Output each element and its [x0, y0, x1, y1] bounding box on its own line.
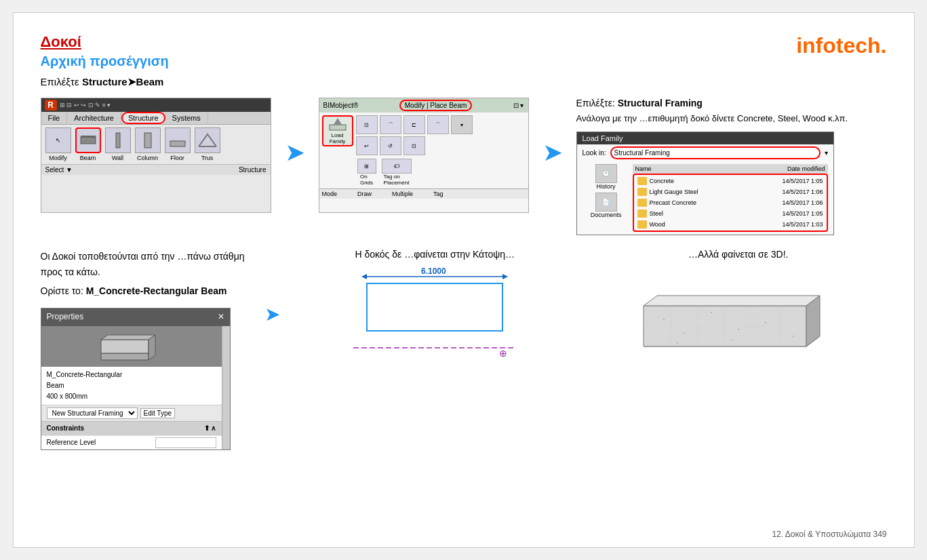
load-family-icon[interactable]: LoadFamily — [322, 115, 353, 146]
toolbar-icons: ⊞ ⊟ ↩ ↪ ⊡ ✎ ≡ ▾ — [60, 102, 111, 108]
r-button[interactable]: R — [45, 100, 57, 111]
tool-modify: ↖ Modify — [45, 127, 71, 161]
lfd-title: Load Family — [577, 132, 833, 144]
beam-3d-label: …Αλλά φαίνεται σε 3D!. — [688, 249, 789, 260]
tab-structure[interactable]: Structure — [121, 112, 165, 124]
lfd-item-steel[interactable]: Steel 14/5/2017 1:05 — [635, 208, 826, 219]
item-lightgauge-date: 14/5/2017 1:06 — [701, 188, 823, 195]
item-concrete-name: Concrete — [650, 178, 675, 184]
beam-text2-bold: M_Concrete-Rectangular Beam — [86, 285, 227, 296]
subtitle: Αρχική προσέγγιση — [41, 54, 887, 69]
svg-rect-0 — [81, 137, 96, 144]
properties-panel: Properties ✕ — [41, 308, 231, 449]
folder-steel-icon — [637, 209, 647, 218]
item-wood-name: Wood — [650, 221, 665, 228]
instruction1: Επιλέξτε Structure➤Beam — [41, 76, 887, 88]
lfd-nav-btn[interactable]: ▾ — [825, 149, 828, 157]
svg-marker-9 — [101, 340, 149, 353]
lf-tool-7[interactable]: ↺ — [380, 136, 401, 155]
prop-edit-type-btn[interactable]: Edit Type — [140, 408, 176, 418]
lfd-sidebar: 🕐 History 📄 Documents — [583, 164, 630, 232]
prop-type-select[interactable]: New Structural Framing — [47, 407, 138, 419]
floor-icon[interactable] — [165, 127, 191, 153]
prop-constraints-section: Constraints ⬆ ∧ — [41, 421, 222, 435]
prop-info: M_Concrete-RectangularBeam 400 x 800mm — [41, 367, 222, 405]
lfd-content: 🕐 History 📄 Documents Name Date modified — [577, 161, 833, 235]
load-family-bar: BIMobject® Modify | Place Beam ⊡ ▾ LoadF… — [319, 98, 529, 213]
beam-label: Beam — [80, 155, 96, 161]
select-label[interactable]: Select ▼ — [45, 166, 73, 174]
lfd-item-precast[interactable]: Precast Concrete 14/5/2017 1:06 — [635, 197, 826, 208]
svg-marker-11 — [149, 335, 155, 360]
svg-point-35 — [765, 322, 766, 323]
svg-text:6.1000: 6.1000 — [421, 266, 446, 276]
lf-tag: Tag — [433, 191, 443, 197]
tab-file[interactable]: File — [41, 112, 68, 124]
on-grids-tool[interactable]: ⊞ OnGrids — [356, 159, 378, 186]
svg-point-37 — [677, 342, 678, 344]
main-page: infotech. Δοκοί Αρχική προσέγγιση Επιλέξ… — [13, 12, 915, 548]
svg-marker-13 — [361, 274, 367, 279]
trus-icon[interactable] — [195, 127, 220, 153]
svg-rect-2 — [116, 133, 120, 148]
lf-tool-3[interactable]: ⊏ — [403, 115, 425, 134]
lf-content: LoadFamily ⊡ ⌒ ⊏ ⌒ ▾ ↩ ↺ ⊡ — [319, 113, 528, 188]
item-precast-date: 14/5/2017 1:06 — [699, 199, 823, 206]
history-label: History — [596, 183, 615, 190]
lf-tool-1[interactable]: ⊡ — [356, 115, 378, 134]
lfd-history[interactable]: 🕐 History — [583, 164, 630, 190]
beam-icon[interactable] — [75, 127, 101, 153]
beam-description: Οι Δοκοί τοποθετούνται από την …πάνω στά… — [41, 249, 258, 449]
toolbar-bottom: Select ▼ Structure — [41, 164, 271, 175]
tag-on-placement-tool[interactable]: 🏷 Tag onPlacement — [380, 159, 414, 186]
prop-close-btn[interactable]: ✕ — [218, 311, 224, 323]
folder-wood-icon — [637, 220, 647, 228]
lf-tool-4[interactable]: ⌒ — [427, 115, 449, 134]
lfd-item-lightgauge[interactable]: Light Gauge Steel 14/5/2017 1:06 — [635, 186, 826, 197]
logo-dot: . — [881, 33, 887, 58]
beam-text2: Ορίστε το: M_Concrete-Rectangular Beam — [41, 283, 258, 298]
lf-tool-8[interactable]: ⊡ — [403, 136, 425, 155]
tab-systems[interactable]: Systems — [165, 112, 208, 124]
lfd-lookin-row: Look in: Structural Framing ▾ — [577, 144, 833, 161]
item-lightgauge-name: Light Gauge Steel — [650, 188, 698, 195]
tool-column: Column — [135, 127, 161, 161]
bottom-section: Οι Δοκοί τοποθετούνται από την …πάνω στά… — [41, 249, 887, 449]
folder-precast-icon — [637, 199, 647, 207]
lf-tool-2[interactable]: ⌒ — [380, 115, 401, 134]
structural-framing-section: Επιλέξτε: Structural Framing Ανάλογα με … — [576, 98, 887, 235]
beam-3d-section: …Αλλά φαίνεται σε 3D!. — [590, 249, 887, 367]
svg-rect-1 — [81, 136, 96, 138]
column-icon[interactable] — [135, 127, 161, 153]
revit-toolbar: R ⊞ ⊟ ↩ ↪ ⊡ ✎ ≡ ▾ File Architecture Stru… — [41, 98, 271, 213]
beam-text2-pre: Ορίστε το: — [41, 285, 86, 296]
struct-label: Επιλέξτε: Structural Framing — [576, 98, 887, 108]
constraints-expand[interactable]: ⬆ ∧ — [204, 423, 216, 434]
instruction1-pre: Επιλέξτε — [41, 76, 82, 87]
constraints-label: Constraints — [47, 423, 85, 434]
history-icon: 🕐 — [595, 164, 617, 183]
beam-text1: Οι Δοκοί τοποθετούνται από την …πάνω στά… — [41, 249, 258, 279]
svg-rect-3 — [144, 133, 151, 148]
lfd-item-concrete[interactable]: Concrete 14/5/2017 1:05 — [635, 176, 826, 186]
lfd-col-date: Date modified — [787, 165, 825, 172]
lfd-item-wood[interactable]: Wood 14/5/2017 1:03 — [635, 219, 826, 230]
lfd-list-header: Name Date modified — [633, 164, 828, 174]
wall-icon[interactable] — [105, 127, 131, 153]
middle-text: Η δοκός δε …φαίνεται στην Κάτοψη… — [355, 249, 515, 260]
lfd-lookin-value[interactable]: Structural Framing — [610, 146, 821, 159]
page-title[interactable]: Δοκοί — [41, 33, 887, 51]
svg-marker-10 — [101, 335, 155, 340]
prop-scrollbar[interactable] — [222, 326, 230, 449]
modify-icon[interactable]: ↖ — [45, 127, 71, 153]
toolbar-tabs: File Architecture Structure Systems — [41, 112, 271, 125]
ref-level-input[interactable] — [155, 437, 216, 448]
lf-multiple: Multiple — [392, 191, 413, 197]
svg-marker-14 — [502, 274, 508, 279]
prop-beam-name: M_Concrete-RectangularBeam — [47, 369, 216, 391]
lfd-file-list: Name Date modified Concrete 14/5/2017 1:… — [633, 164, 828, 232]
tab-architecture[interactable]: Architecture — [67, 112, 121, 124]
lfd-documents[interactable]: 📄 Documents — [583, 193, 630, 218]
lf-tool-6[interactable]: ↩ — [356, 136, 378, 155]
floor-label: Floor — [170, 155, 184, 161]
